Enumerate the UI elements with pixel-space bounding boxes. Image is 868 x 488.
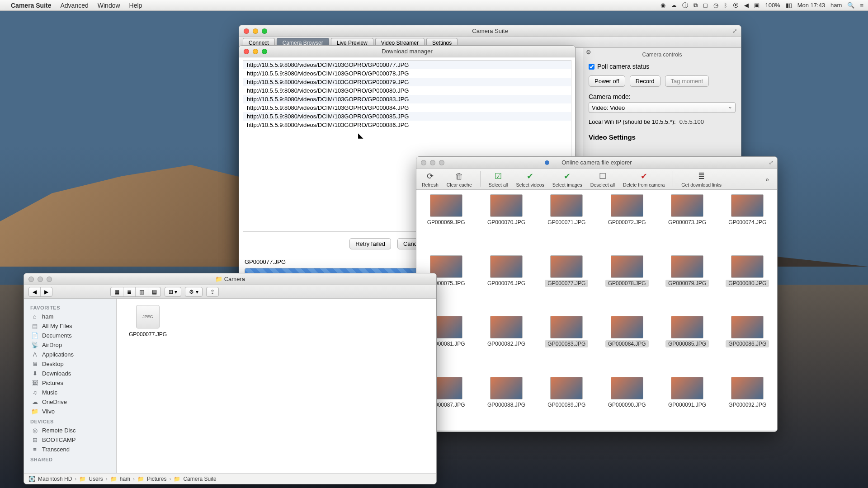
sidebar-favorite-item[interactable]: ⬇Downloads: [24, 369, 116, 378]
status-volume-icon[interactable]: ◀: [744, 2, 749, 9]
select-videos-button[interactable]: ✔Select videos: [516, 171, 544, 188]
close-icon[interactable]: [244, 28, 249, 34]
action-button[interactable]: ⚙ ▾: [185, 287, 202, 296]
path-segment[interactable]: ham: [120, 476, 130, 482]
thumbnail-item[interactable]: GP000071.JPG: [543, 194, 590, 244]
retry-failed-button[interactable]: Retry failed: [349, 238, 391, 249]
view-columns-button[interactable]: ▥: [136, 287, 148, 296]
thumbnail-item[interactable]: GP000086.JPG: [724, 316, 771, 365]
status-screen-icon[interactable]: ⧉: [693, 2, 698, 9]
file-item[interactable]: JPEG GP000077.JPG: [123, 305, 173, 338]
status-clock[interactable]: Mon 17:43: [797, 2, 825, 9]
toolbar-overflow-icon[interactable]: »: [765, 176, 772, 183]
download-url-row[interactable]: http://10.5.5.9:8080/videos/DCIM/103GOPR…: [243, 69, 571, 78]
menu-icon[interactable]: ≡: [860, 2, 863, 9]
thumbnail-item[interactable]: GP000088.JPG: [483, 377, 529, 426]
clear-cache-button[interactable]: 🗑Clear cache: [447, 171, 472, 188]
status-cloud-icon[interactable]: ☁: [671, 2, 677, 9]
path-segment[interactable]: Macintosh HD: [38, 476, 72, 482]
thumbnail-item[interactable]: GP000080.JPG: [724, 255, 771, 305]
thumbnail-item[interactable]: GP000083.JPG: [543, 316, 590, 365]
download-url-row[interactable]: http://10.5.5.9:8080/videos/DCIM/103GOPR…: [243, 121, 571, 129]
minimize-icon[interactable]: [253, 49, 258, 54]
finder-titlebar[interactable]: 📁 Camera: [24, 273, 436, 285]
sidebar-favorite-item[interactable]: 📁Viivo: [24, 407, 116, 416]
thumbnail-item[interactable]: GP000074.JPG: [724, 194, 771, 244]
download-url-row[interactable]: http://10.5.5.9:8080/videos/DCIM/103GOPR…: [243, 103, 571, 112]
download-titlebar[interactable]: Download manager: [239, 46, 575, 57]
spotlight-icon[interactable]: 🔍: [847, 2, 854, 9]
sidebar-favorite-item[interactable]: ⌂ham: [24, 312, 116, 321]
expand-icon[interactable]: ⤢: [769, 159, 774, 166]
minimize-icon[interactable]: [253, 28, 258, 34]
thumbnail-item[interactable]: GP000077.JPG: [543, 255, 590, 305]
status-sync-icon[interactable]: ◉: [660, 2, 665, 9]
select-all-button[interactable]: ☑Select all: [489, 171, 508, 188]
status-battery-icon[interactable]: ▮▯: [786, 2, 792, 9]
sidebar-favorite-item[interactable]: 📄Documents: [24, 331, 116, 340]
zoom-icon[interactable]: [439, 160, 444, 165]
close-icon[interactable]: [28, 277, 34, 282]
thumbnail-item[interactable]: GP000070.JPG: [483, 194, 529, 244]
menu-app-name[interactable]: Camera Suite: [11, 2, 51, 9]
status-bluetooth-icon[interactable]: ᛒ: [724, 2, 727, 9]
thumbnail-item[interactable]: GP000089.JPG: [543, 377, 590, 426]
finder-content[interactable]: JPEG GP000077.JPG: [117, 299, 436, 473]
close-icon[interactable]: [244, 49, 249, 54]
zoom-icon[interactable]: [262, 28, 267, 34]
sidebar-favorite-item[interactable]: ▤All My Files: [24, 321, 116, 331]
expand-icon[interactable]: ⤢: [732, 28, 737, 34]
status-info-icon[interactable]: ⓘ: [682, 1, 688, 9]
back-button[interactable]: ◀: [29, 287, 41, 296]
thumbnail-item[interactable]: GP000079.JPG: [664, 255, 710, 305]
gear-icon[interactable]: ⚙: [586, 49, 591, 56]
status-clock-icon[interactable]: ◷: [713, 2, 718, 9]
record-button[interactable]: Record: [630, 75, 660, 87]
explorer-titlebar[interactable]: Online camera file explorer ⤢: [416, 157, 777, 169]
thumbnail-item[interactable]: GP000073.JPG: [664, 194, 710, 244]
path-segment[interactable]: Pictures: [147, 476, 166, 482]
status-display-icon[interactable]: ▣: [754, 2, 760, 9]
deselect-all-button[interactable]: ☐Deselect all: [590, 171, 615, 188]
camera-mode-select[interactable]: Video: Video: [589, 102, 736, 113]
thumbnail-item[interactable]: GP000084.JPG: [604, 316, 650, 365]
share-button[interactable]: ⇪: [207, 287, 218, 296]
thumbnail-item[interactable]: GP000069.JPG: [423, 194, 469, 244]
sidebar-favorite-item[interactable]: 📡AirDrop: [24, 340, 116, 350]
zoom-icon[interactable]: [262, 49, 267, 54]
sidebar-favorite-item[interactable]: 🖼Pictures: [24, 378, 116, 388]
thumbnail-item[interactable]: GP000078.JPG: [604, 255, 650, 305]
minimize-icon[interactable]: [430, 160, 435, 165]
download-url-row[interactable]: http://10.5.5.9:8080/videos/DCIM/103GOPR…: [243, 112, 571, 121]
camera-suite-titlebar[interactable]: Camera Suite ⤢: [239, 25, 741, 37]
thumbnail-item[interactable]: GP000085.JPG: [664, 316, 710, 365]
zoom-icon[interactable]: [47, 277, 52, 282]
sidebar-device-item[interactable]: ⊞BOOTCAMP: [24, 435, 116, 445]
sidebar-favorite-item[interactable]: ☁OneDrive: [24, 397, 116, 407]
forward-button[interactable]: ▶: [41, 287, 52, 296]
download-url-row[interactable]: http://10.5.5.9:8080/videos/DCIM/103GOPR…: [243, 61, 571, 69]
minimize-icon[interactable]: [38, 277, 43, 282]
sidebar-device-item[interactable]: ≡Transcend: [24, 445, 116, 454]
thumbnail-item[interactable]: GP000090.JPG: [604, 377, 650, 426]
tag-moment-button[interactable]: Tag moment: [665, 75, 709, 87]
sidebar-favorite-item[interactable]: ♫Music: [24, 388, 116, 397]
menu-advanced[interactable]: Advanced: [60, 2, 88, 9]
sidebar-device-item[interactable]: ◎Remote Disc: [24, 426, 116, 435]
menu-window[interactable]: Window: [98, 2, 120, 9]
thumbnail-item[interactable]: GP000092.JPG: [724, 377, 771, 426]
view-coverflow-button[interactable]: ▤: [148, 287, 160, 296]
sidebar-favorite-item[interactable]: 🖥Desktop: [24, 359, 116, 369]
thumbnail-item[interactable]: GP000076.JPG: [483, 255, 529, 305]
poll-camera-checkbox[interactable]: [589, 64, 594, 70]
menu-help[interactable]: Help: [129, 2, 142, 9]
status-square-icon[interactable]: ◻: [703, 2, 708, 9]
view-icons-button[interactable]: ▦: [111, 287, 123, 296]
download-url-row[interactable]: http://10.5.5.9:8080/videos/DCIM/103GOPR…: [243, 86, 571, 95]
download-url-row[interactable]: http://10.5.5.9:8080/videos/DCIM/103GOPR…: [243, 95, 571, 103]
select-images-button[interactable]: ✔Select images: [552, 171, 582, 188]
arrange-button[interactable]: ⊞ ▾: [165, 287, 181, 296]
path-segment[interactable]: Users: [89, 476, 103, 482]
close-icon[interactable]: [421, 160, 426, 165]
get-download-links-button[interactable]: ≣Get download links: [681, 171, 722, 188]
